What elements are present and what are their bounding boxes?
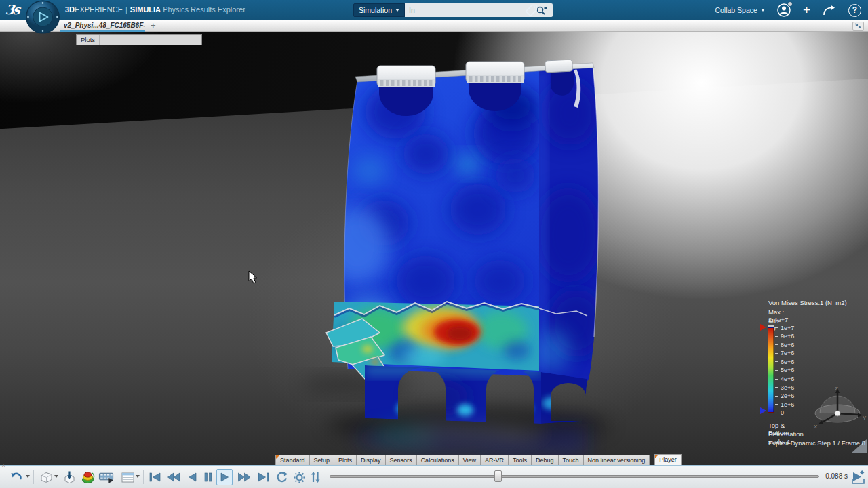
ribbon-tab-debug[interactable]: Debug: [531, 455, 559, 466]
help-button[interactable]: ?: [848, 4, 861, 17]
triad-x-label: X: [814, 424, 818, 430]
ribbon-tab-setup[interactable]: Setup: [309, 455, 335, 466]
export-animation-button[interactable]: [849, 468, 867, 486]
undo-dropdown-caret[interactable]: [26, 475, 30, 478]
add-content-button[interactable]: +: [803, 4, 810, 16]
model-side-face: [534, 64, 605, 381]
fast-backward-icon: [167, 472, 180, 483]
brand-3d: 3D: [65, 5, 75, 14]
floor-reflection: [356, 422, 588, 459]
legend-title: Von Mises Stress.1 (N_m2): [768, 299, 847, 306]
fast-backward-button[interactable]: [165, 469, 182, 485]
animation-button[interactable]: [98, 469, 115, 485]
undo-button[interactable]: [8, 469, 24, 485]
restore-icon: [854, 23, 862, 29]
ribbon-tab-display[interactable]: Display: [356, 455, 386, 466]
play-reverse-button[interactable]: [184, 469, 201, 485]
legend-min-marker-icon[interactable]: [760, 407, 766, 414]
document-tab[interactable]: v2_Physi...48_FC165B6F-00: [60, 20, 145, 32]
skip-to-start-icon: [149, 472, 161, 483]
collab-space-dropdown[interactable]: Collab Space: [715, 6, 764, 14]
plots-tooltip: Plots: [76, 34, 202, 45]
pause-button[interactable]: [200, 469, 216, 485]
notification-badge: [787, 1, 793, 7]
ribbon-tab-calculations[interactable]: Calculations: [416, 455, 459, 466]
current-time-label: 0.088 s: [818, 472, 848, 480]
ribbon-tab-standard[interactable]: Standard: [275, 455, 310, 466]
player-settings-button[interactable]: [291, 469, 307, 485]
brand-experience: EXPERIENCE: [75, 5, 123, 14]
model-display-caret[interactable]: [54, 475, 58, 478]
viewport-3d[interactable]: [0, 32, 868, 465]
contour-plot-icon: [81, 470, 95, 485]
settings-gear-icon: [293, 471, 306, 484]
toolbar-collapse-handle[interactable]: ^: [2, 464, 5, 470]
import-icon: [62, 470, 77, 485]
3dexperience-compass-icon[interactable]: [25, 0, 60, 34]
toolbar-separator: [33, 470, 34, 484]
ribbon-tab-view[interactable]: View: [458, 455, 481, 466]
chevron-down-icon: [761, 9, 765, 12]
ribbon-tab-plots[interactable]: Plots: [334, 455, 357, 466]
tag-button[interactable]: [524, 3, 538, 17]
export-animation-icon: [850, 469, 866, 485]
search-scope-label: Simulation: [359, 6, 392, 14]
flap-hotspot: [362, 345, 373, 353]
timeline-slider-track[interactable]: [330, 475, 819, 478]
triad-z-label: Z: [835, 386, 838, 392]
ribbon-tab-sensors[interactable]: Sensors: [385, 455, 417, 466]
legend-ticks: 1e+7 9e+6 8e+6 7e+6 6e+6 5e+6 4e+6 3e+6 …: [775, 325, 794, 416]
list-icon: [121, 471, 135, 484]
results-list-button[interactable]: [119, 469, 136, 485]
swap-direction-button[interactable]: [307, 469, 323, 485]
collab-space-label: Collab Space: [715, 6, 757, 14]
axis-triad[interactable]: Z Y X: [808, 384, 867, 432]
stress-model-scene[interactable]: [0, 32, 868, 465]
dassault-3ds-logo-icon: 3s: [5, 2, 20, 17]
skip-to-start-button[interactable]: [146, 469, 163, 485]
fast-forward-button[interactable]: [236, 469, 252, 485]
flap-hotspot2: [371, 359, 379, 365]
ribbon-tab-player[interactable]: Player: [654, 454, 682, 466]
document-tab-bar: v2_Physi...48_FC165B6F-00 +: [0, 20, 868, 32]
ribbon-tab-tools[interactable]: Tools: [508, 455, 532, 466]
frame-info-label: Explicit Dynamic Step.1 / Frame 8: [768, 439, 865, 447]
play-reverse-icon: [187, 472, 198, 483]
new-tab-button[interactable]: +: [151, 20, 156, 30]
skip-to-end-button[interactable]: [255, 469, 271, 485]
chevron-down-icon: [395, 9, 399, 12]
play-icon: [219, 472, 230, 483]
app-title: 3DEXPERIENCE|SIMULIA Physics Results Exp…: [65, 5, 245, 14]
timeline-slider-thumb[interactable]: [494, 470, 502, 482]
import-results-button[interactable]: [61, 469, 77, 485]
search-scope-dropdown[interactable]: Simulation: [353, 3, 405, 17]
triad-y-label: Y: [863, 415, 867, 421]
ribbon-tab-row: Standard Setup Plots Display Sensors Cal…: [276, 454, 682, 466]
play-button[interactable]: [216, 469, 233, 485]
loop-icon: [275, 471, 288, 483]
search-input[interactable]: [405, 3, 531, 17]
ribbon-tab-nonlinear-versioning[interactable]: Non linear versioning: [583, 455, 650, 466]
fast-forward-icon: [237, 472, 251, 483]
model-feet: [365, 365, 587, 424]
restore-window-button[interactable]: [852, 22, 864, 30]
contour-plot-button[interactable]: [79, 469, 96, 485]
ribbon-tab-ar-vr[interactable]: AR-VR: [480, 455, 509, 466]
toolbar-separator: [143, 470, 144, 484]
results-list-caret[interactable]: [136, 475, 140, 478]
user-menu-button[interactable]: [776, 3, 791, 18]
global-search: Simulation: [353, 3, 553, 17]
loop-button[interactable]: [273, 469, 290, 485]
mouse-cursor: [248, 270, 258, 285]
animation-strip-icon: [98, 470, 115, 484]
app-name: Physics Results Explorer: [163, 5, 245, 14]
top-right-actions: Collab Space + ?: [715, 0, 861, 20]
top-bar: 3s 3DEXPERIENCE|SIMULIA Physics Results …: [0, 0, 868, 20]
ribbon-tab-touch[interactable]: Touch: [558, 455, 584, 466]
legend-max-marker-icon[interactable]: [760, 324, 766, 331]
share-button[interactable]: [822, 4, 837, 16]
plots-tooltip-label: Plots: [77, 36, 99, 43]
model-display-button[interactable]: [38, 469, 54, 485]
legend-colorbar[interactable]: [768, 327, 774, 413]
swap-vertical-icon: [309, 471, 321, 483]
